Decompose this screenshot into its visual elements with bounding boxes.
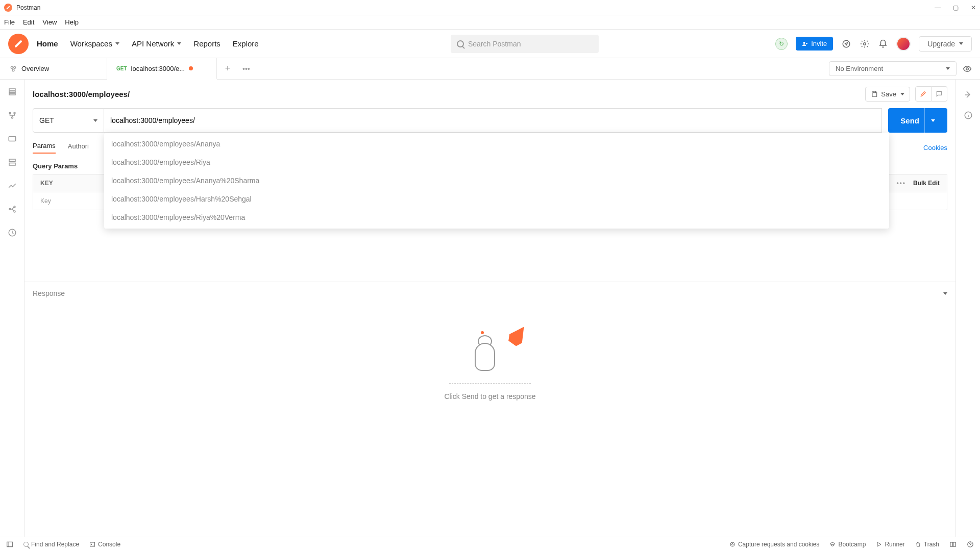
upgrade-button[interactable]: Upgrade (919, 36, 972, 52)
url-input-wrapper (104, 108, 882, 133)
chevron-down-icon[interactable] (943, 292, 947, 295)
svg-rect-22 (7, 542, 13, 546)
edit-icon-button[interactable] (915, 86, 932, 102)
user-avatar[interactable] (896, 37, 911, 51)
svg-rect-15 (9, 163, 15, 166)
trash-button[interactable]: Trash (915, 541, 939, 548)
nav-explore[interactable]: Explore (233, 39, 259, 48)
svg-rect-13 (9, 137, 16, 141)
postman-logo[interactable] (8, 34, 29, 54)
svg-marker-27 (877, 542, 881, 546)
mock-servers-icon[interactable] (7, 157, 17, 167)
menu-view[interactable]: View (42, 18, 57, 26)
nav-reports[interactable]: Reports (193, 39, 220, 48)
svg-point-2 (864, 42, 866, 45)
overview-icon (9, 65, 17, 73)
send-button[interactable]: Send (888, 108, 947, 133)
chevron-down-icon (115, 42, 119, 45)
svg-rect-9 (9, 93, 15, 95)
svg-point-25 (730, 542, 734, 546)
notifications-icon[interactable] (878, 39, 888, 49)
new-tab-button[interactable]: + (217, 63, 238, 74)
response-panel: Response Click Send to get a response (24, 282, 955, 421)
cookies-link[interactable]: Cookies (923, 144, 947, 152)
svg-point-3 (11, 66, 13, 68)
nav-api-network[interactable]: API Network (132, 39, 181, 48)
response-label: Response (33, 289, 65, 297)
menu-help[interactable]: Help (65, 18, 79, 26)
nav-home[interactable]: Home (37, 39, 58, 48)
window-titlebar: Postman — ▢ ✕ (0, 0, 980, 15)
unsaved-indicator (189, 66, 193, 70)
settings-icon[interactable] (860, 39, 870, 49)
console-button[interactable]: Console (89, 541, 120, 548)
empty-state-illustration (449, 325, 531, 386)
workspace-tabs: Overview GET localhost:3000/e... + ••• N… (0, 58, 980, 80)
flows-icon[interactable] (7, 204, 17, 214)
explore-icon[interactable] (841, 39, 851, 49)
autocomplete-item[interactable]: localhost:3000/employees/Harsh%20Sehgal (104, 190, 889, 208)
autocomplete-item[interactable]: localhost:3000/employees/Riya (104, 153, 889, 171)
svg-point-5 (12, 69, 14, 71)
url-input[interactable] (110, 116, 875, 124)
svg-point-11 (14, 112, 15, 114)
authorization-tab[interactable]: Authori (68, 142, 89, 153)
apis-icon[interactable] (7, 110, 17, 120)
capture-button[interactable]: Capture requests and cookies (729, 541, 819, 548)
search-input[interactable]: Search Postman (451, 35, 599, 53)
svg-point-6 (966, 67, 969, 70)
tab-options-button[interactable]: ••• (238, 65, 254, 73)
monitors-icon[interactable] (7, 181, 17, 191)
close-button[interactable]: ✕ (971, 4, 976, 11)
svg-rect-20 (873, 91, 876, 93)
chevron-down-icon (900, 93, 904, 95)
runner-button[interactable]: Runner (876, 541, 904, 548)
sidebar-toggle-button[interactable] (6, 541, 13, 548)
status-bar: Find and Replace Console Capture request… (0, 537, 980, 551)
maximize-button[interactable]: ▢ (953, 4, 959, 11)
nav-workspaces[interactable]: Workspaces (70, 39, 119, 48)
environment-quicklook-button[interactable] (963, 64, 972, 73)
save-icon (871, 90, 878, 97)
history-icon[interactable] (7, 228, 17, 238)
chevron-down-icon (93, 119, 97, 122)
chevron-down-icon (946, 67, 950, 70)
table-options-button[interactable]: ••• (896, 180, 906, 187)
svg-rect-8 (9, 91, 15, 93)
invite-button[interactable]: Invite (796, 37, 833, 51)
collections-icon[interactable] (7, 87, 17, 97)
sync-icon[interactable]: ↻ (775, 38, 788, 50)
info-icon[interactable] (963, 110, 973, 120)
autocomplete-item[interactable]: localhost:3000/employees/Ananya (104, 135, 889, 153)
menu-file[interactable]: File (4, 18, 15, 26)
menu-edit[interactable]: Edit (23, 18, 34, 26)
left-sidebar-rail (0, 80, 24, 537)
autocomplete-item[interactable]: localhost:3000/employees/Ananya%20Sharma (104, 171, 889, 190)
svg-point-26 (731, 543, 733, 545)
environment-select[interactable]: No Environment (829, 61, 957, 76)
params-tab[interactable]: Params (33, 142, 56, 154)
person-add-icon (802, 41, 808, 47)
comment-icon-button[interactable] (932, 86, 947, 102)
autocomplete-item[interactable]: localhost:3000/employees/Riya%20Verma (104, 208, 889, 227)
app-header: Home Workspaces API Network Reports Expl… (0, 30, 980, 58)
menubar: File Edit View Help (0, 15, 980, 30)
two-pane-button[interactable] (949, 541, 957, 548)
documentation-icon[interactable] (963, 90, 973, 100)
find-replace-button[interactable]: Find and Replace (23, 541, 79, 548)
tab-overview[interactable]: Overview (0, 58, 107, 79)
save-button[interactable]: Save (865, 87, 910, 102)
svg-point-12 (11, 117, 13, 118)
response-empty-message: Click Send to get a response (445, 392, 536, 400)
help-button[interactable] (967, 541, 974, 548)
svg-point-1 (843, 40, 850, 47)
svg-rect-14 (9, 159, 15, 162)
svg-point-10 (9, 112, 11, 114)
http-method-select[interactable]: GET (33, 108, 104, 133)
bootcamp-button[interactable]: Bootcamp (829, 541, 866, 548)
bulk-edit-button[interactable]: Bulk Edit (913, 180, 940, 187)
minimize-button[interactable]: — (935, 4, 941, 11)
tab-request[interactable]: GET localhost:3000/e... (107, 58, 217, 79)
environments-icon[interactable] (7, 134, 17, 144)
right-sidebar-rail (955, 80, 980, 537)
